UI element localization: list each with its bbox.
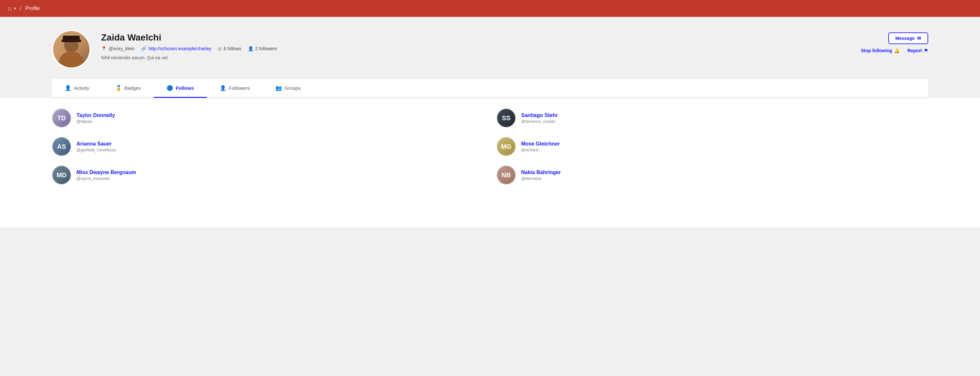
message-button[interactable]: Message ✉ — [888, 32, 928, 44]
link-icon: 🔗 — [141, 46, 146, 51]
follow-name[interactable]: Miss Dwayne Bergnaum — [76, 169, 136, 175]
follow-username: @cyrus_mosciski — [76, 176, 136, 181]
follow-name[interactable]: Taylor Donnelly — [76, 113, 115, 118]
username-item: 📍 @ivory_klein — [101, 46, 135, 51]
follow-avatar-image: TD — [52, 109, 71, 127]
followers-count-item: 👤 2 followers — [248, 46, 277, 51]
message-label: Message — [896, 36, 915, 41]
tab-groups-label: Groups — [285, 85, 301, 91]
follow-avatar-image: AS — [52, 137, 71, 156]
bell-icon: 🔔 — [894, 48, 900, 53]
website-item: 🔗 http://schumm.example/charley — [141, 46, 211, 51]
follow-item: SS Santiago Stehr @terrence_corwin — [496, 108, 928, 128]
avatar — [52, 30, 91, 69]
tab-badges-label: Badges — [124, 85, 141, 91]
avatar-hat-decoration — [63, 36, 80, 41]
tab-badges[interactable]: 🏅 Badges — [102, 79, 154, 98]
follow-name[interactable]: Nakia Bahringer — [521, 169, 561, 175]
follows-count: 6 follows — [224, 46, 241, 51]
follow-item: TD Taylor Donnelly @fabian — [52, 108, 484, 128]
tab-activity-label: Activity — [74, 85, 89, 91]
stop-following-button[interactable]: Stop following 🔔 — [861, 48, 899, 53]
report-label: Report — [907, 48, 922, 53]
profile-actions: Message ✉ Stop following 🔔 Report ⚑ — [861, 30, 928, 53]
follow-info: Nakia Bahringer @berneice — [521, 169, 561, 181]
follow-info: Arianna Sauer @garfield_runolfsson — [76, 141, 116, 152]
tabs-bar: 👤 Activity 🏅 Badges 🔵 Follows 👤 Follower… — [52, 79, 928, 98]
badges-icon: 🏅 — [115, 85, 122, 91]
profile-info: Zaida Waelchi 📍 @ivory_klein 🔗 http://sc… — [101, 30, 850, 60]
follow-name[interactable]: Mose Gleichner — [521, 141, 560, 147]
follow-avatar: MD — [52, 165, 71, 185]
follow-avatar-image: NB — [497, 166, 515, 184]
username: @ivory_klein — [108, 46, 135, 51]
follow-name[interactable]: Santiago Stehr — [521, 113, 558, 118]
follows-count-item: ◎ 6 follows — [218, 46, 241, 51]
stop-following-label: Stop following — [861, 48, 892, 53]
follow-avatar: TD — [52, 108, 71, 128]
activity-icon: 👤 — [65, 85, 71, 91]
breadcrumb-separator: / — [20, 5, 21, 12]
follows-grid: TD Taylor Donnelly @fabian SS Santiago S… — [52, 108, 928, 185]
topnav: ⌂ ▾ / Profile — [0, 0, 980, 17]
profile-bio: Nihil reiciendis earum. Qui ea vel. — [101, 55, 850, 60]
follow-item: MG Mose Gleichner @richard — [496, 137, 928, 156]
website[interactable]: http://schumm.example/charley — [148, 46, 211, 51]
follow-item: AS Arianna Sauer @garfield_runolfsson — [52, 137, 484, 156]
follow-avatar: SS — [496, 108, 516, 128]
follow-info: Mose Gleichner @richard — [521, 141, 560, 152]
follow-avatar: AS — [52, 137, 71, 156]
profile-meta: 📍 @ivory_klein 🔗 http://schumm.example/c… — [101, 46, 850, 51]
chevron-icon: ▾ — [14, 6, 16, 11]
follow-username: @richard — [521, 148, 560, 152]
groups-tab-icon: 👥 — [275, 85, 282, 91]
tab-groups[interactable]: 👥 Groups — [262, 79, 313, 98]
followers-count: 2 followers — [255, 46, 277, 51]
tabs-wrapper: 👤 Activity 🏅 Badges 🔵 Follows 👤 Follower… — [0, 69, 980, 98]
message-icon: ✉ — [917, 36, 921, 41]
tab-followers-label: Followers — [229, 85, 250, 91]
follow-username: @berneice — [521, 176, 561, 181]
follow-info: Miss Dwayne Bergnaum @cyrus_mosciski — [76, 169, 136, 181]
follow-avatar: MG — [496, 137, 516, 156]
profile-section: Zaida Waelchi 📍 @ivory_klein 🔗 http://sc… — [0, 17, 980, 69]
follow-avatar-image: MD — [52, 166, 71, 184]
follow-item: NB Nakia Bahringer @berneice — [496, 165, 928, 185]
report-button[interactable]: Report ⚑ — [907, 48, 928, 53]
follow-username: @fabian — [76, 119, 115, 124]
profile-header: Zaida Waelchi 📍 @ivory_klein 🔗 http://sc… — [52, 30, 928, 69]
follow-username: @garfield_runolfsson — [76, 148, 116, 152]
user-icon: 📍 — [101, 46, 107, 51]
follow-info: Taylor Donnelly @fabian — [76, 113, 115, 124]
action-links: Stop following 🔔 Report ⚑ — [861, 48, 928, 53]
follow-info: Santiago Stehr @terrence_corwin — [521, 113, 558, 124]
tab-activity[interactable]: 👤 Activity — [52, 79, 102, 98]
tab-followers[interactable]: 👤 Followers — [207, 79, 262, 98]
follow-avatar-image: SS — [497, 109, 515, 127]
tab-follows[interactable]: 🔵 Follows — [154, 79, 207, 98]
profile-name: Zaida Waelchi — [101, 32, 850, 43]
follow-item: MD Miss Dwayne Bergnaum @cyrus_mosciski — [52, 165, 484, 185]
follow-avatar-image: MG — [497, 137, 515, 156]
follow-username: @terrence_corwin — [521, 119, 558, 124]
tab-follows-label: Follows — [176, 85, 194, 91]
follows-content: TD Taylor Donnelly @fabian SS Santiago S… — [0, 98, 980, 228]
follows-icon: ◎ — [218, 46, 222, 51]
follows-tab-icon: 🔵 — [167, 85, 173, 91]
avatar-image — [53, 31, 89, 67]
flag-icon: ⚑ — [924, 48, 928, 53]
breadcrumb-profile: Profile — [25, 5, 40, 11]
home-icon[interactable]: ⌂ — [8, 5, 11, 12]
follow-name[interactable]: Arianna Sauer — [76, 141, 116, 147]
follow-avatar: NB — [496, 165, 516, 185]
followers-tab-icon: 👤 — [220, 85, 226, 91]
followers-icon: 👤 — [248, 46, 253, 51]
